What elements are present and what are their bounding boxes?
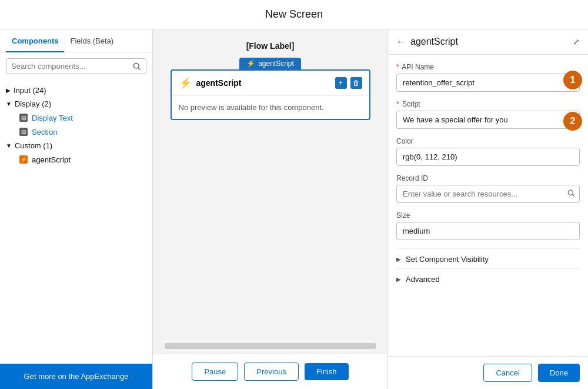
component-card-title: ⚡ agentScript (179, 77, 242, 89)
api-name-input[interactable] (396, 74, 580, 92)
search-icon (133, 62, 141, 71)
pause-button[interactable]: Pause (192, 363, 238, 381)
tree-group-display[interactable]: ▼ Display (2) (6, 97, 146, 111)
right-footer: Cancel Done (388, 356, 588, 389)
field-label-script: * Script (396, 100, 580, 108)
display-text-icon: ▤ (19, 113, 28, 122)
card-add-button[interactable]: + (335, 77, 347, 89)
record-id-input[interactable] (396, 185, 580, 203)
size-input[interactable] (396, 222, 580, 240)
record-id-search-icon (567, 189, 575, 199)
display-text-label: Display Text (32, 114, 73, 122)
flow-label: [Flow Label] (246, 41, 295, 51)
component-preview-text: No preview is available for this compone… (179, 103, 324, 112)
group-custom-label: Custom (1) (15, 141, 52, 150)
tree-item-section[interactable]: ▤ Section (6, 125, 146, 139)
color-input[interactable] (396, 148, 580, 166)
agentscript-label: agentScript (32, 155, 71, 164)
card-lightning-icon: ⚡ (179, 77, 192, 89)
tree-item-display-text[interactable]: ▤ Display Text (6, 111, 146, 125)
svg-line-3 (573, 194, 574, 196)
tab-components[interactable]: Components (6, 29, 64, 52)
section-advanced[interactable]: ▶ Advanced (396, 268, 580, 288)
cancel-button[interactable]: Cancel (483, 364, 532, 382)
finish-button[interactable]: Finish (305, 363, 349, 380)
search-input[interactable] (11, 62, 129, 71)
section-icon: ▤ (19, 127, 28, 137)
field-group-color: Color (396, 137, 580, 166)
right-body: * API Name * Script Color Record ID (388, 55, 588, 356)
expand-icon[interactable]: ⤢ (573, 37, 580, 46)
svg-line-1 (138, 68, 140, 69)
component-tab-indicator: ⚡ agentScript (239, 58, 301, 69)
scrollbar[interactable] (165, 343, 376, 349)
tree-group-custom[interactable]: ▼ Custom (1) (6, 139, 146, 152)
field-group-api-name: * API Name (396, 63, 580, 92)
field-group-script: * Script (396, 100, 580, 129)
component-tree: ▶ Input (24) ▼ Display (2) ▤ Display Tex… (0, 80, 152, 364)
center-panel: [Flow Label] ⚡ agentScript ⚡ agentScript… (153, 29, 388, 389)
nav-buttons: Pause Previous Finish (153, 354, 387, 389)
component-card-actions: + 🗑 (335, 77, 362, 89)
agentscript-icon: ⚡ (19, 155, 28, 164)
tree-item-agentscript[interactable]: ⚡ agentScript (6, 152, 146, 167)
group-display-label: Display (2) (15, 99, 51, 108)
appexchange-button[interactable]: Get more on the AppExchange (0, 364, 152, 389)
component-card: ⚡ agentScript + 🗑 No preview is availabl… (171, 69, 370, 120)
tree-group-input[interactable]: ▶ Input (24) (6, 84, 146, 97)
field-group-size: Size (396, 211, 580, 240)
section-visibility[interactable]: ▶ Set Component Visibility (396, 248, 580, 268)
script-input[interactable] (396, 111, 580, 129)
previous-button[interactable]: Previous (244, 363, 299, 381)
card-delete-button[interactable]: 🗑 (350, 77, 362, 89)
flow-canvas: [Flow Label] ⚡ agentScript ⚡ agentScript… (153, 29, 387, 343)
badge-1: 1 (563, 71, 582, 89)
right-header: ← agentScript ⤢ (388, 29, 588, 55)
chevron-right-icon: ▶ (6, 87, 11, 94)
right-panel: ← agentScript ⤢ 1 2 * API Name * Script (388, 29, 588, 389)
field-label-color: Color (396, 137, 580, 145)
left-panel: Components Fields (Beta) ▶ Input (24) ▼ … (0, 29, 153, 389)
group-input-label: Input (24) (14, 86, 46, 95)
visibility-chevron-icon: ▶ (396, 256, 401, 262)
chevron-down-icon: ▼ (6, 101, 12, 107)
right-header-left: ← agentScript (396, 36, 458, 47)
chevron-down-2-icon: ▼ (6, 142, 12, 149)
visibility-label: Set Component Visibility (406, 255, 489, 264)
badge-2: 2 (563, 112, 582, 131)
advanced-label: Advanced (406, 275, 440, 284)
lightning-icon: ⚡ (246, 59, 255, 68)
field-group-record-id: Record ID (396, 174, 580, 203)
advanced-chevron-icon: ▶ (396, 276, 401, 282)
component-card-header: ⚡ agentScript + 🗑 (172, 71, 369, 96)
section-label: Section (32, 128, 57, 137)
done-button[interactable]: Done (538, 364, 580, 382)
back-arrow-icon[interactable]: ← (396, 36, 406, 47)
tab-fields[interactable]: Fields (Beta) (64, 29, 119, 52)
left-tabs: Components Fields (Beta) (0, 29, 152, 52)
component-tab-label: agentScript (258, 59, 294, 68)
component-card-body: No preview is available for this compone… (172, 96, 369, 119)
page-title: New Screen (265, 8, 323, 21)
component-search-box (6, 58, 146, 74)
card-title-text: agentScript (196, 78, 242, 88)
field-label-api-name: * API Name (396, 63, 580, 71)
field-label-size: Size (396, 211, 580, 220)
right-panel-title: agentScript (410, 36, 458, 47)
record-id-wrapper (396, 185, 580, 203)
field-label-record-id: Record ID (396, 174, 580, 182)
